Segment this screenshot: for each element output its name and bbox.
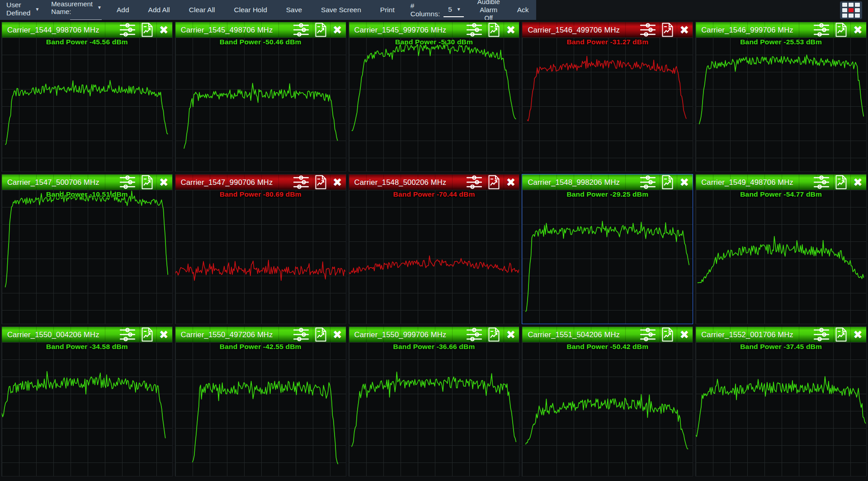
carrier-panel-header[interactable]: Carrier_1544_998706 MHz [2, 22, 172, 38]
close-icon[interactable]: ✖ [679, 24, 689, 36]
report-document-icon[interactable] [488, 23, 500, 37]
close-icon[interactable]: ✖ [506, 24, 515, 36]
report-document-icon[interactable] [488, 175, 500, 189]
carrier-panel-header[interactable]: Carrier_1548_998206 MHz [522, 174, 693, 190]
spectrum-plot[interactable]: Band Power -29.25 dBm [522, 190, 693, 324]
spectrum-plot[interactable]: Band Power -50.42 dBm [522, 342, 693, 476]
report-document-icon[interactable] [315, 175, 327, 189]
carrier-panel-header[interactable]: Carrier_1550_497206 MHz [175, 327, 346, 342]
close-icon[interactable]: ✖ [159, 329, 169, 340]
close-icon[interactable]: ✖ [159, 177, 169, 188]
print-button[interactable]: Print [371, 0, 404, 20]
settings-sliders-icon[interactable] [814, 328, 829, 341]
spectrum-plot[interactable]: Band Power -45.56 dBm [2, 38, 172, 171]
carrier-panel[interactable]: Carrier_1550_004206 MHz [1, 326, 173, 476]
close-icon[interactable]: ✖ [506, 177, 515, 188]
settings-sliders-icon[interactable] [640, 328, 656, 341]
carrier-panel[interactable]: Carrier_1548_998206 MHz [522, 174, 693, 324]
close-icon[interactable]: ✖ [333, 329, 342, 340]
carrier-panel[interactable]: Carrier_1545_498706 MHz [175, 22, 346, 172]
spectrum-plot[interactable]: Band Power -80.69 dBm [175, 190, 346, 324]
settings-sliders-icon[interactable] [640, 175, 656, 189]
settings-sliders-icon[interactable] [814, 175, 829, 189]
spectrum-plot[interactable]: Band Power -31.27 dBm [522, 38, 693, 171]
carrier-panel[interactable]: Carrier_1545_999706 MHz [349, 22, 520, 172]
carrier-panel-header[interactable]: Carrier_1550_999706 MHz [349, 327, 519, 342]
settings-sliders-icon[interactable] [293, 23, 309, 37]
clear-hold-button[interactable]: Clear Hold [225, 0, 277, 20]
carrier-panel[interactable]: Carrier_1550_497206 MHz [175, 326, 346, 476]
carrier-panel-header[interactable]: Carrier_1551_504206 MHz [522, 327, 693, 342]
report-document-icon[interactable] [141, 23, 153, 37]
report-document-icon[interactable] [835, 23, 847, 37]
close-icon[interactable]: ✖ [333, 177, 342, 188]
report-document-icon[interactable] [835, 327, 847, 342]
report-document-icon[interactable] [835, 175, 847, 189]
carrier-panel-header[interactable]: Carrier_1548_500206 MHz [349, 174, 519, 190]
report-document-icon[interactable] [661, 327, 674, 342]
add-all-button[interactable]: Add All [139, 0, 179, 20]
report-document-icon[interactable] [661, 175, 674, 189]
carrier-panel-header[interactable]: Carrier_1552_001706 MHz [696, 327, 866, 342]
carrier-panel[interactable]: Carrier_1549_498706 MHz [695, 174, 867, 324]
close-icon[interactable]: ✖ [679, 329, 689, 340]
add-button[interactable]: Add [107, 0, 139, 20]
spectrum-plot[interactable]: Band Power -54.77 dBm [696, 190, 866, 324]
spectrum-plot[interactable]: Band Power -25.53 dBm [696, 38, 866, 171]
spectrum-plot[interactable]: Band Power -5.30 dBm [349, 38, 519, 171]
report-document-icon[interactable] [141, 175, 153, 189]
settings-sliders-icon[interactable] [814, 23, 829, 37]
settings-sliders-icon[interactable] [120, 175, 135, 189]
carrier-panel-header[interactable]: Carrier_1545_999706 MHz [349, 22, 519, 38]
carrier-panel-header[interactable]: Carrier_1547_500706 MHz [2, 174, 172, 190]
settings-sliders-icon[interactable] [467, 23, 482, 37]
carrier-panel-header[interactable]: Carrier_1549_498706 MHz [696, 174, 866, 190]
settings-sliders-icon[interactable] [120, 328, 135, 341]
ack-button[interactable]: Ack [505, 0, 540, 20]
spectrum-plot[interactable]: Band Power -42.55 dBm [175, 342, 346, 476]
grid-layout-button[interactable] [840, 1, 862, 19]
report-document-icon[interactable] [315, 23, 327, 37]
measurement-name-dropdown[interactable]: Measurement Name: ▼ [46, 0, 107, 20]
carrier-panel-header[interactable]: Carrier_1547_990706 MHz [175, 174, 346, 190]
columns-dropdown[interactable]: 5 ▼ [443, 3, 464, 17]
carrier-panel[interactable]: Carrier_1547_990706 MHz [175, 174, 346, 324]
save-screen-button[interactable]: Save Screen [311, 0, 371, 20]
settings-sliders-icon[interactable] [640, 23, 656, 37]
carrier-panel-header[interactable]: Carrier_1550_004206 MHz [2, 327, 172, 342]
carrier-panel[interactable]: Carrier_1547_500706 MHz [1, 174, 173, 324]
close-icon[interactable]: ✖ [679, 177, 689, 188]
preset-dropdown[interactable]: User Defined ▼ [0, 0, 46, 20]
close-icon[interactable]: ✖ [853, 177, 863, 188]
carrier-panel[interactable]: Carrier_1544_998706 MHz [1, 22, 173, 172]
carrier-panel[interactable]: Carrier_1552_001706 MHz [695, 326, 867, 476]
carrier-panel[interactable]: Carrier_1546_999706 MHz [695, 22, 867, 172]
close-icon[interactable]: ✖ [506, 329, 515, 340]
close-icon[interactable]: ✖ [853, 24, 863, 36]
settings-sliders-icon[interactable] [293, 175, 309, 189]
spectrum-plot[interactable]: Band Power -37.45 dBm [696, 342, 866, 476]
close-icon[interactable]: ✖ [853, 329, 863, 340]
close-icon[interactable]: ✖ [333, 24, 342, 36]
carrier-panel[interactable]: Carrier_1548_500206 MHz [349, 174, 520, 324]
carrier-panel[interactable]: Carrier_1550_999706 MHz [349, 326, 520, 476]
save-button[interactable]: Save [277, 0, 311, 20]
clear-all-button[interactable]: Clear All [179, 0, 225, 20]
spectrum-plot[interactable]: Band Power -34.58 dBm [2, 342, 172, 476]
settings-sliders-icon[interactable] [467, 328, 482, 341]
spectrum-plot[interactable]: Band Power -36.66 dBm [349, 342, 519, 476]
audible-alarm-control[interactable]: Audible Alarm Off [470, 0, 505, 20]
report-document-icon[interactable] [141, 327, 153, 342]
settings-sliders-icon[interactable] [120, 23, 135, 37]
spectrum-plot[interactable]: Band Power -50.46 dBm [175, 38, 346, 171]
settings-sliders-icon[interactable] [467, 175, 482, 189]
carrier-panel-header[interactable]: Carrier_1546_999706 MHz [696, 22, 866, 38]
spectrum-plot[interactable]: Band Power -10.51 dBm [2, 190, 172, 324]
report-document-icon[interactable] [315, 327, 327, 342]
carrier-panel-header[interactable]: Carrier_1546_499706 MHz [522, 22, 693, 38]
report-document-icon[interactable] [488, 327, 500, 342]
spectrum-plot[interactable]: Band Power -70.44 dBm [349, 190, 519, 324]
carrier-panel[interactable]: Carrier_1551_504206 MHz [522, 326, 693, 476]
report-document-icon[interactable] [661, 23, 674, 37]
close-icon[interactable]: ✖ [159, 24, 169, 36]
